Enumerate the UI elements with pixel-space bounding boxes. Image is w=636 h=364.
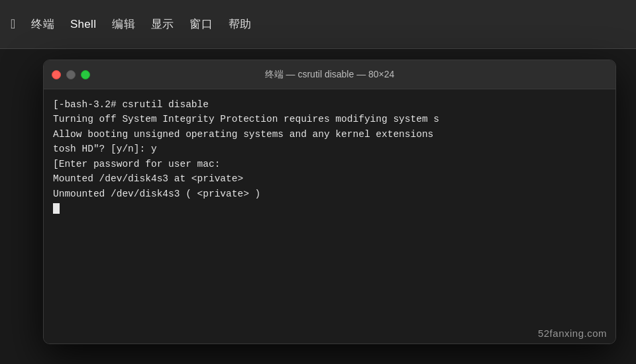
terminal-line-cursor: [53, 201, 606, 216]
terminal-window: 终端 — csrutil disable — 80×24 [-bash-3.2#…: [43, 60, 616, 344]
cursor: [53, 203, 60, 214]
terminal-line-8: Unmounted /dev/disk4s3 ( <private> ): [53, 187, 606, 201]
window-title: 终端 — csrutil disable — 80×24: [265, 69, 395, 81]
menu-item-help[interactable]: 帮助: [229, 17, 252, 32]
minimize-button[interactable]: [66, 70, 76, 79]
terminal-line-1: [-bash-3.2# csrutil disable: [53, 97, 606, 112]
traffic-lights: [52, 70, 90, 79]
menu-item-view[interactable]: 显示: [151, 17, 174, 32]
maximize-button[interactable]: [81, 70, 90, 79]
terminal-line-3: Allow booting unsigned operating systems…: [53, 127, 606, 142]
menu-item-shell[interactable]: Shell: [70, 18, 96, 31]
terminal-line-6: [Enter password for user mac:: [53, 157, 606, 171]
close-button[interactable]: [52, 70, 61, 79]
menu-item-window[interactable]: 窗口: [189, 17, 213, 32]
title-bar: 终端 — csrutil disable — 80×24: [44, 60, 615, 89]
menu-item-edit[interactable]: 编辑: [112, 17, 135, 32]
terminal-line-4: tosh HD"? [y/n]: y: [53, 142, 606, 156]
menu-item-terminal[interactable]: 终端: [31, 17, 54, 32]
apple-icon[interactable]: : [11, 17, 15, 32]
menubar:  终端 Shell 编辑 显示 窗口 帮助: [0, 0, 636, 49]
terminal-line-2: Turning off System Integrity Protection …: [53, 112, 606, 126]
terminal-line-7: Mounted /dev/disk4s3 at <private>: [53, 171, 606, 186]
terminal-content[interactable]: [-bash-3.2# csrutil disable Turning off …: [44, 89, 615, 343]
watermark: 52fanxing.com: [538, 328, 607, 339]
